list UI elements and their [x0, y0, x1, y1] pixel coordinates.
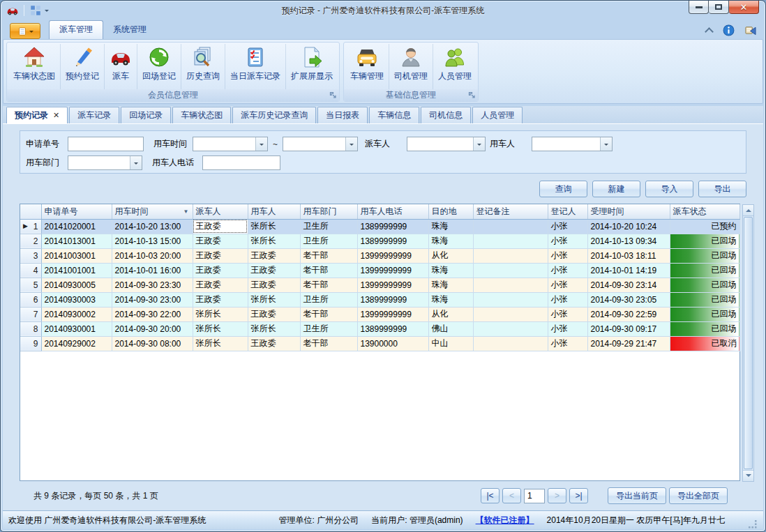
table-cell[interactable]: 13999999999 [357, 248, 428, 263]
table-cell[interactable]: 2014-09-30 08:00 [112, 336, 193, 351]
dialog-launcher-icon[interactable] [329, 91, 337, 99]
table-cell[interactable] [473, 307, 548, 321]
ribbon-button[interactable]: 车辆状态图 [8, 44, 61, 89]
car-user-select[interactable] [532, 137, 613, 151]
table-cell[interactable]: 2014-09-30 22:59 [587, 307, 670, 321]
table-cell[interactable]: 张所长 [248, 219, 300, 234]
table-cell[interactable]: 小张 [548, 219, 587, 234]
column-header[interactable]: 派车人 [193, 204, 248, 219]
export-current-page-button[interactable]: 导出当前页 [608, 487, 666, 504]
department-select[interactable] [68, 155, 142, 170]
license-link[interactable]: 【软件已注册】 [476, 515, 534, 526]
table-cell[interactable]: 20140930003 [41, 292, 112, 307]
table-cell[interactable]: 从化 [428, 248, 473, 263]
ribbon-button[interactable]: 扩展屏显示 [286, 44, 338, 89]
table-cell[interactable]: 张所长 [248, 292, 300, 307]
doc-tab[interactable]: 派车历史记录查询 [232, 107, 316, 123]
row-header[interactable]: ▶1 [20, 219, 41, 234]
doc-tab[interactable]: 人员管理 [472, 107, 523, 123]
table-cell[interactable]: 20141020001 [41, 219, 112, 234]
table-row[interactable]: 2201410130012014-10-13 15:00王政委张所长卫生所138… [20, 234, 739, 248]
table-cell[interactable]: 王政委 [193, 278, 248, 292]
table-cell[interactable]: 王政委 [193, 219, 248, 234]
table-cell[interactable]: 2014-09-30 23:30 [112, 278, 193, 292]
feedback-icon[interactable] [744, 24, 756, 36]
row-header[interactable]: 5 [20, 278, 41, 292]
table-row[interactable]: 5201409300052014-09-30 23:30王政委王政委老干部139… [20, 278, 739, 292]
table-cell[interactable]: 卫生所 [300, 292, 357, 307]
table-cell[interactable]: 20141013001 [41, 234, 112, 248]
table-cell[interactable] [473, 263, 548, 278]
table-cell[interactable]: 张所长 [248, 321, 300, 336]
table-cell[interactable]: 2014-10-20 13:00 [112, 219, 193, 234]
table-cell[interactable]: 小张 [548, 263, 587, 278]
table-cell[interactable] [473, 248, 548, 263]
chevron-down-icon[interactable] [600, 137, 612, 151]
export-all-pages-button[interactable]: 导出全部页 [669, 487, 728, 504]
first-page-button[interactable]: |< [481, 488, 500, 503]
table-cell[interactable]: 珠海 [428, 292, 473, 307]
table-cell[interactable]: 王政委 [193, 248, 248, 263]
table-cell[interactable]: 小张 [548, 292, 587, 307]
table-cell[interactable]: 老干部 [300, 263, 357, 278]
table-cell[interactable]: 2014-10-13 09:34 [587, 234, 670, 248]
table-cell[interactable]: 中山 [428, 336, 473, 351]
table-cell[interactable]: 已回场 [670, 307, 739, 321]
phone-input[interactable] [202, 155, 280, 170]
chevron-down-icon[interactable] [130, 156, 142, 169]
query-button[interactable]: 查询 [539, 181, 587, 197]
table-cell[interactable]: 小张 [548, 307, 587, 321]
table-cell[interactable]: 20140930005 [41, 278, 112, 292]
row-header[interactable]: 2 [20, 234, 41, 248]
table-cell[interactable]: 老干部 [300, 336, 357, 351]
table-cell[interactable]: 1389999999 [357, 219, 428, 234]
row-header[interactable]: 6 [20, 292, 41, 307]
order-no-input[interactable] [68, 137, 144, 151]
row-header[interactable]: 8 [20, 321, 41, 336]
resize-grip-icon[interactable] [749, 520, 758, 529]
table-cell[interactable]: 张所长 [193, 321, 248, 336]
table-row[interactable]: 8201409300012014-09-30 20:00张所长张所长卫生所138… [20, 321, 739, 336]
next-page-button[interactable]: > [548, 488, 566, 503]
table-cell[interactable]: 2014-10-03 18:11 [587, 248, 670, 263]
table-cell[interactable]: 2014-09-30 23:00 [112, 292, 193, 307]
use-time-from-select[interactable] [193, 137, 268, 151]
prev-page-button[interactable]: < [502, 488, 521, 503]
use-time-to-select[interactable] [283, 137, 358, 151]
table-cell[interactable]: 20140930001 [41, 321, 112, 336]
row-header[interactable]: 4 [20, 263, 41, 278]
ribbon-button[interactable]: 车辆管理 [345, 44, 389, 89]
table-cell[interactable]: 2014-09-30 23:05 [587, 292, 670, 307]
table-cell[interactable]: 珠海 [428, 263, 473, 278]
ribbon-button[interactable]: 当日派车记录 [225, 44, 286, 89]
table-cell[interactable]: 珠海 [428, 278, 473, 292]
table-cell[interactable]: 老干部 [300, 248, 357, 263]
table-cell[interactable] [473, 292, 548, 307]
page-number-input[interactable] [524, 489, 545, 503]
table-cell[interactable]: 王政委 [248, 336, 300, 351]
table-cell[interactable]: 老干部 [300, 307, 357, 321]
table-cell[interactable]: 2014-10-03 20:00 [112, 248, 193, 263]
table-cell[interactable]: 已取消 [670, 336, 739, 351]
vertical-scrollbar[interactable] [742, 204, 754, 482]
table-cell[interactable]: 20141003001 [41, 248, 112, 263]
table-cell[interactable]: 张所长 [193, 336, 248, 351]
column-header[interactable]: 用车人 [248, 204, 300, 219]
export-button[interactable]: 导出 [698, 181, 746, 197]
table-cell[interactable]: 王政委 [248, 263, 300, 278]
row-header[interactable]: 7 [20, 307, 41, 321]
table-cell[interactable]: 2014-09-30 20:00 [112, 321, 193, 336]
table-cell[interactable]: 已回场 [670, 263, 739, 278]
table-row[interactable]: 4201410010012014-10-01 16:00王政委王政委老干部139… [20, 263, 739, 278]
table-cell[interactable]: 1389999999 [357, 234, 428, 248]
ribbon-tab[interactable]: 派车管理 [49, 20, 103, 39]
table-cell[interactable]: 2014-10-20 10:24 [587, 219, 670, 234]
table-cell[interactable] [473, 278, 548, 292]
table-cell[interactable]: 小张 [548, 248, 587, 263]
table-cell[interactable]: 2014-10-01 16:00 [112, 263, 193, 278]
minimize-button[interactable] [689, 1, 709, 14]
table-cell[interactable]: 张所长 [248, 234, 300, 248]
maximize-button[interactable] [709, 1, 729, 14]
column-header[interactable]: 目的地 [428, 204, 473, 219]
table-cell[interactable]: 王政委 [248, 248, 300, 263]
